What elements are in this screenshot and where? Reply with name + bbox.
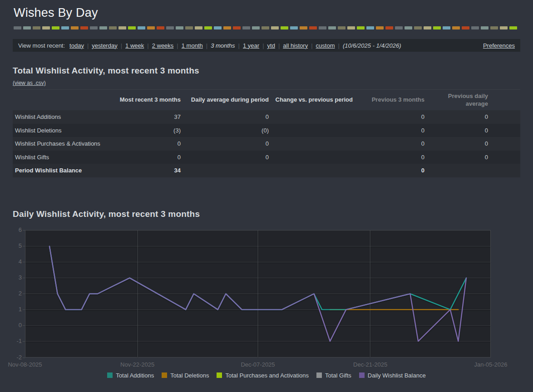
dash	[462, 26, 469, 29]
chart-legend: Total AdditionsTotal DeletionsTotal Purc…	[13, 372, 520, 379]
dash	[414, 26, 422, 29]
range-option-yesterday[interactable]: yesterday	[92, 42, 117, 49]
cell-value: 0	[424, 113, 488, 120]
separator: |	[262, 42, 264, 49]
column-header: Change vs. previous period	[269, 96, 353, 103]
row-label: Wishlist Purchases & Activations	[13, 140, 119, 147]
cell-value: 0	[181, 154, 269, 161]
legend-label: Total Additions	[116, 372, 154, 379]
y-axis-tick	[23, 230, 25, 230]
dash	[204, 26, 212, 29]
dash	[281, 26, 288, 29]
table-row: Period Wishlist Balance340	[13, 164, 520, 177]
dash	[223, 26, 231, 29]
range-option-1-month[interactable]: 1 month	[182, 42, 203, 49]
dash	[109, 26, 117, 29]
y-axis-label: 6	[13, 227, 22, 233]
cell-value: 0	[119, 154, 181, 161]
dash	[52, 26, 59, 29]
legend-label: Daily Wishlist Balance	[368, 372, 426, 379]
cell-value: 0	[353, 113, 424, 120]
dash	[357, 26, 365, 29]
y-axis-label: 0	[13, 322, 22, 328]
table-row: Wishlist Deletions(3)(0)00	[13, 124, 520, 137]
table-row: Wishlist Additions37000	[13, 110, 520, 124]
cell-value: 37	[119, 113, 181, 120]
cell-value: (0)	[181, 127, 269, 134]
dash	[300, 26, 307, 29]
table-header-row: Most recent 3 monthsDaily average during…	[13, 90, 520, 110]
dash	[128, 26, 136, 29]
row-label: Wishlist Gifts	[13, 154, 119, 161]
separator: |	[87, 42, 89, 49]
decorative-dash-bar	[14, 26, 519, 29]
dash	[14, 26, 21, 29]
legend-swatch	[359, 372, 365, 378]
range-option-2-weeks[interactable]: 2 weeks	[152, 42, 174, 49]
y-axis-tick	[23, 246, 25, 246]
range-option-custom[interactable]: custom	[316, 42, 335, 49]
y-axis-label: 5	[13, 243, 22, 249]
y-axis-label: 4	[13, 259, 22, 265]
dash	[214, 26, 222, 29]
x-axis-label: Dec-07-2025	[241, 361, 275, 368]
column-header: Previous 3 months	[353, 96, 424, 103]
dash	[71, 26, 79, 29]
page: Wishes By Day View most recent: today|ye…	[0, 0, 533, 379]
separator: |	[147, 42, 148, 49]
y-axis-label: -1	[13, 338, 22, 344]
table-row: Wishlist Purchases & Activations0000	[13, 137, 520, 151]
preferences-link[interactable]: Preferences	[483, 42, 515, 49]
dash	[500, 26, 508, 29]
cell-value: 0	[424, 140, 488, 147]
date-range-links: today|yesterday|1 week|2 weeks|1 month|3…	[69, 42, 401, 49]
total-activity-heading: Total Wishlist Activity, most recent 3 m…	[13, 66, 520, 76]
dash	[424, 26, 431, 29]
separator: |	[338, 42, 339, 49]
cell-value: 0	[119, 140, 181, 147]
dash	[262, 26, 269, 29]
row-label: Period Wishlist Balance	[13, 167, 119, 174]
range-option-ytd[interactable]: ytd	[267, 42, 275, 49]
x-axis-label: Nov-22-2025	[120, 361, 154, 368]
y-axis-tick	[23, 325, 25, 326]
dash	[99, 26, 107, 29]
legend-item-daily-wishlist-balance: Daily Wishlist Balance	[359, 372, 426, 379]
page-title: Wishes By Day	[13, 0, 520, 26]
y-axis-tick	[23, 262, 25, 262]
view-as-csv-link[interactable]: (view as .csv)	[13, 80, 46, 86]
row-label: Wishlist Additions	[13, 113, 119, 120]
dash	[33, 26, 40, 29]
dash	[471, 26, 479, 29]
daily-activity-chart: 6543210-1-2Nov-08-2025Nov-22-2025Dec-07-…	[13, 225, 520, 366]
x-axis-label: Jan-05-2026	[474, 361, 508, 368]
dash	[290, 26, 298, 29]
dash	[176, 26, 183, 29]
dash	[452, 26, 460, 29]
separator: |	[121, 42, 122, 49]
cell-value: 0	[353, 154, 424, 161]
dash	[147, 26, 155, 29]
range-option-today[interactable]: today	[69, 42, 84, 49]
table-row: Wishlist Gifts0000	[13, 151, 520, 164]
y-axis-tick	[23, 278, 25, 278]
dash	[509, 26, 517, 29]
dash	[395, 26, 403, 29]
dash	[157, 26, 164, 29]
separator: |	[311, 42, 312, 49]
legend-label: Total Gifts	[325, 372, 351, 379]
wishlist-activity-table: Most recent 3 monthsDaily average during…	[13, 89, 520, 177]
range-option-1-week[interactable]: 1 week	[125, 42, 144, 49]
cell-value: 0	[424, 127, 488, 134]
legend-label: Total Purchases and Activations	[225, 372, 309, 379]
dash	[405, 26, 412, 29]
y-axis-label: 1	[13, 306, 22, 313]
date-range-toolbar: View most recent: today|yesterday|1 week…	[13, 39, 520, 52]
y-axis-label: -2	[13, 354, 22, 361]
range-option-1-year[interactable]: 1 year	[243, 42, 259, 49]
dash	[252, 26, 260, 29]
dash	[23, 26, 31, 29]
cell-value: 0	[181, 113, 269, 120]
dash	[61, 26, 69, 29]
range-option-all-history[interactable]: all history	[283, 42, 308, 49]
